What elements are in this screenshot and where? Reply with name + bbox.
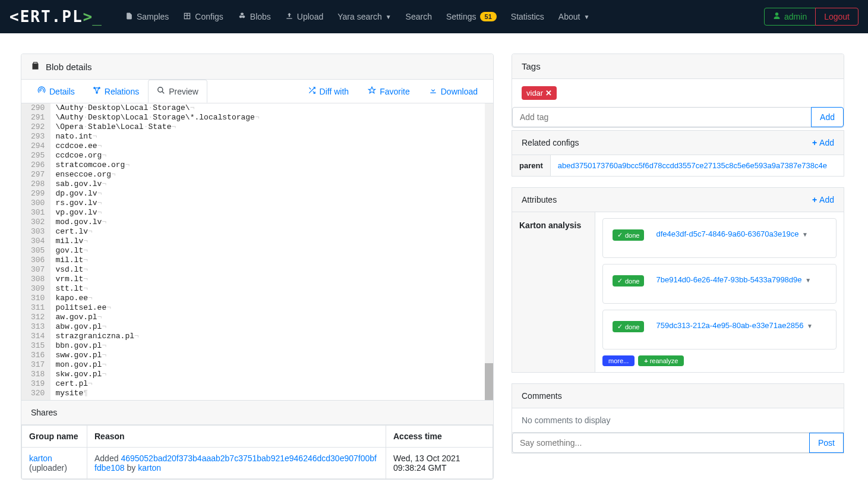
line-number: 291 xyxy=(31,113,45,122)
attributes-card: Attributes + Add Karton analysis ✓ doned… xyxy=(512,187,844,373)
line-number: 303 xyxy=(31,227,45,237)
nav-search-label: Search xyxy=(406,12,432,21)
nav-samples-label: Samples xyxy=(137,12,169,21)
analysis-item: ✓ done7be914d0-6e26-4fe7-93bb-5433a7998d… xyxy=(602,264,837,304)
brand-logo[interactable]: <ERT.PL > _ xyxy=(10,8,102,26)
related-table: parent abed3750173760a9bcc5f6d78ccdd3557… xyxy=(512,155,844,177)
line-number: 301 xyxy=(31,208,45,218)
table-row: parent abed3750173760a9bcc5f6d78ccdd3557… xyxy=(512,155,844,177)
comment-input[interactable] xyxy=(512,433,810,453)
status-badge: ✓ done xyxy=(613,229,644,241)
tag-chip[interactable]: vidar ✕ xyxy=(522,86,557,100)
blob-card-header: Blob details xyxy=(21,54,493,80)
related-val: abed3750173760a9bcc5f6d78ccdd3557ce27135… xyxy=(550,155,844,177)
share-group-link[interactable]: karton xyxy=(29,454,52,463)
nav-configs[interactable]: Configs xyxy=(183,12,223,22)
action-diff[interactable]: Diff with xyxy=(299,80,358,102)
action-download-label: Download xyxy=(441,87,478,96)
line-number: 298 xyxy=(31,180,45,189)
code-line: skw.gov.pl¬ xyxy=(55,370,488,379)
add-tag-button[interactable]: Add xyxy=(811,107,844,127)
clipboard-icon xyxy=(31,61,40,72)
download-icon xyxy=(429,86,437,96)
logout-button[interactable]: Logout xyxy=(815,8,858,26)
action-download[interactable]: Download xyxy=(421,80,486,102)
code-line: cert.lv¬ xyxy=(55,227,488,237)
check-icon: ✓ xyxy=(617,277,623,285)
attr-key-karton: Karton analysis xyxy=(512,212,595,372)
comments-card: Comments No comments to display Post xyxy=(512,383,844,454)
related-configs-card: Related configs + Add parent abed3750173… xyxy=(512,130,844,177)
user-icon xyxy=(773,12,781,21)
tag-input[interactable] xyxy=(512,107,812,127)
tab-preview[interactable]: Preview xyxy=(148,80,207,103)
done-label: done xyxy=(625,278,639,285)
star-icon xyxy=(368,86,376,96)
chevron-down-icon: ▼ xyxy=(807,323,813,329)
attr-row: Karton analysis ✓ donedfe4e3df-d5c7-4846… xyxy=(512,212,844,372)
line-number: 293 xyxy=(31,132,45,141)
nav-blobs-label: Blobs xyxy=(250,12,271,21)
shares-table: Group name Reason Access time karton (up… xyxy=(21,425,493,479)
attr-val-karton: ✓ donedfe4e3df-d5c7-4846-9a60-63670a3e19… xyxy=(595,212,844,372)
nav-right: admin Logout xyxy=(764,8,858,26)
pill-row: more... + reanalyze xyxy=(602,355,837,366)
navbar: <ERT.PL > _ Samples Configs Blobs U xyxy=(0,0,868,33)
code-line: cert.pl¬ xyxy=(55,379,488,389)
line-number: 307 xyxy=(31,265,45,275)
analysis-id-link[interactable]: 759dc313-212a-4e95-80ab-e33e71ae2856 ▼ xyxy=(656,321,812,330)
code-line: stratcomcoe.org¬ xyxy=(55,160,488,170)
chevron-down-icon: ▼ xyxy=(386,14,392,20)
attributes-add-link[interactable]: + Add xyxy=(812,195,834,204)
plus-icon: + xyxy=(812,138,817,147)
code-line: abw.gov.pl¬ xyxy=(55,322,488,332)
svg-point-3 xyxy=(158,87,163,92)
code-content[interactable]: \Authy·Desktop\Local·Storage\¬\Authy·Des… xyxy=(50,103,493,400)
analysis-id-link[interactable]: dfe4e3df-d5c7-4846-9a60-63670a3e19ce ▼ xyxy=(656,229,808,238)
cell-time: Wed, 13 Oct 2021 09:38:24 GMT xyxy=(386,448,493,479)
attributes-add-label: Add xyxy=(819,195,834,204)
nav-yara-label: Yara search xyxy=(337,12,381,21)
analysis-item: ✓ donedfe4e3df-d5c7-4846-9a60-63670a3e19… xyxy=(602,218,837,258)
nav-search[interactable]: Search xyxy=(406,12,432,21)
nav-about[interactable]: About ▼ xyxy=(558,12,590,21)
code-line: mod.gov.lv¬ xyxy=(55,218,488,227)
nav-links: Samples Configs Blobs Upload Yara search… xyxy=(125,12,764,22)
code-line: \Opera·Stable\Local·State¬ xyxy=(55,122,488,132)
analysis-id-link[interactable]: 7be914d0-6e26-4fe7-93bb-5433a7998d9e ▼ xyxy=(656,275,811,284)
nav-upload[interactable]: Upload xyxy=(285,12,323,22)
network-icon xyxy=(93,86,101,96)
analysis-item: ✓ done759dc313-212a-4e95-80ab-e33e71ae28… xyxy=(602,310,837,350)
nav-statistics[interactable]: Statistics xyxy=(511,12,544,21)
plus-icon: + xyxy=(644,357,648,364)
close-icon[interactable]: ✕ xyxy=(545,89,552,97)
more-button[interactable]: more... xyxy=(602,355,635,366)
related-add-link[interactable]: + Add xyxy=(812,138,834,147)
line-number: 309 xyxy=(31,284,45,294)
reason-user-link[interactable]: karton xyxy=(138,463,161,473)
related-hash-link[interactable]: abed3750173760a9bcc5f6d78ccdd3557ce27135… xyxy=(558,161,827,170)
nav-samples[interactable]: Samples xyxy=(125,12,169,22)
admin-button[interactable]: admin xyxy=(764,8,816,26)
tab-relations[interactable]: Relations xyxy=(84,80,148,103)
attributes-title: Attributes xyxy=(522,195,557,204)
nav-statistics-label: Statistics xyxy=(511,12,544,21)
code-line: mon.gov.pl¬ xyxy=(55,360,488,370)
scrollbar-track[interactable] xyxy=(485,103,493,400)
tab-details-label: Details xyxy=(49,87,75,96)
action-favorite[interactable]: Favorite xyxy=(359,80,418,102)
line-number: 320 xyxy=(31,389,45,398)
done-label: done xyxy=(625,323,639,330)
line-gutter: 2902912922932942952962972982993003013023… xyxy=(21,103,50,400)
nav-blobs[interactable]: Blobs xyxy=(238,12,271,22)
comment-input-row: Post xyxy=(512,433,844,454)
code-line: mil.lv¬ xyxy=(55,237,488,246)
nav-settings[interactable]: Settings 51 xyxy=(446,12,497,21)
scrollbar-thumb[interactable] xyxy=(485,363,493,400)
post-button[interactable]: Post xyxy=(809,433,844,453)
nav-yara-search[interactable]: Yara search ▼ xyxy=(337,12,391,21)
logo-underscore-icon: _ xyxy=(92,8,102,26)
reanalyze-button[interactable]: + reanalyze xyxy=(638,355,684,366)
code-preview: 2902912922932942952962972982993003013023… xyxy=(21,103,493,400)
tab-details[interactable]: Details xyxy=(29,80,84,103)
